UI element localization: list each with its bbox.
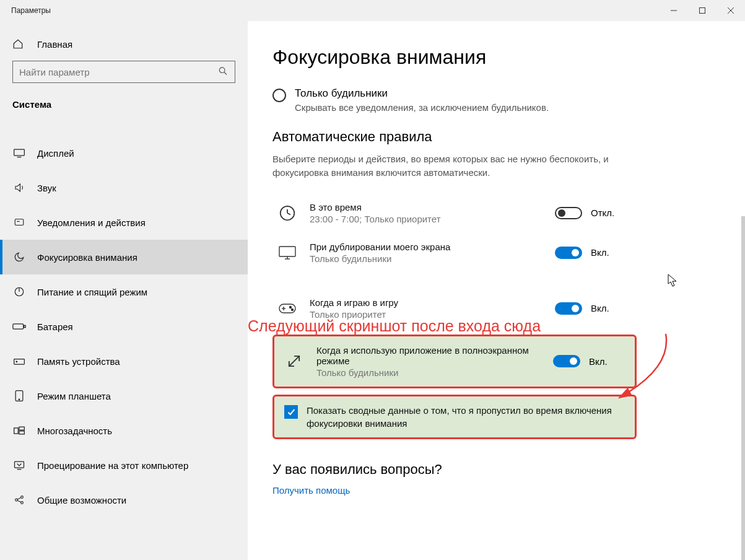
search-input[interactable] bbox=[12, 61, 235, 83]
svg-rect-13 bbox=[24, 325, 26, 327]
svg-rect-12 bbox=[13, 324, 24, 329]
sidebar-item-power[interactable]: Питание и спящий режим bbox=[0, 274, 248, 309]
sidebar-item-label: Фокусировка внимания bbox=[37, 252, 137, 263]
window-title: Параметры bbox=[11, 6, 51, 15]
rule-title: В это время bbox=[310, 202, 545, 212]
rule-title: Когда я использую приложение в полноэкра… bbox=[316, 345, 543, 366]
svg-line-26 bbox=[17, 501, 21, 502]
home-icon bbox=[12, 38, 26, 50]
svg-line-25 bbox=[17, 497, 21, 499]
power-icon bbox=[12, 286, 26, 297]
svg-point-24 bbox=[21, 502, 24, 504]
radio-circle-icon bbox=[272, 89, 286, 102]
auto-rules-desc: Выберите периоды и действия, во время ко… bbox=[272, 152, 619, 180]
annotation-text: Следующий скриншот после входа сюда bbox=[248, 317, 541, 335]
toggle-switch[interactable] bbox=[555, 207, 582, 219]
svg-point-15 bbox=[16, 361, 17, 362]
checkbox[interactable] bbox=[284, 405, 298, 419]
rule-subtitle: Только будильники bbox=[316, 367, 543, 378]
switch-state: Вкл. bbox=[591, 247, 609, 258]
share-icon bbox=[12, 494, 26, 505]
switch-state: Откл. bbox=[591, 208, 614, 218]
sidebar-item-focus-assist[interactable]: Фокусировка внимания bbox=[0, 240, 248, 274]
svg-rect-30 bbox=[279, 247, 295, 256]
sidebar-item-label: Звук bbox=[37, 183, 56, 193]
main-content: Фокусировка внимания Только будильники С… bbox=[248, 21, 745, 560]
sidebar-item-label: Проецирование на этот компьютер bbox=[37, 460, 188, 471]
battery-icon bbox=[12, 322, 26, 331]
rule-during-hours[interactable]: В это время 23:00 - 7:00; Только приорит… bbox=[272, 193, 632, 233]
highlight-fullscreen-rule: Когда я использую приложение в полноэкра… bbox=[272, 335, 637, 388]
sidebar-item-tablet[interactable]: Режим планшета bbox=[0, 378, 248, 413]
sidebar: Главная Система Дисплей Звук bbox=[0, 21, 248, 560]
svg-rect-33 bbox=[279, 304, 295, 313]
svg-rect-14 bbox=[14, 359, 25, 364]
sidebar-item-projecting[interactable]: Проецирование на этот компьютер bbox=[0, 448, 248, 483]
notification-icon bbox=[12, 217, 26, 228]
sidebar-item-display[interactable]: Дисплей bbox=[0, 136, 248, 170]
sidebar-item-label: Дисплей bbox=[37, 148, 74, 159]
switch-state: Вкл. bbox=[589, 356, 608, 367]
sidebar-item-label: Режим планшета bbox=[37, 391, 111, 401]
get-help-link[interactable]: Получить помощь bbox=[272, 485, 720, 496]
sidebar-item-label: Питание и спящий режим bbox=[37, 287, 147, 297]
rule-fullscreen-app[interactable]: Когда я использую приложение в полноэкра… bbox=[279, 340, 630, 383]
minimize-button[interactable] bbox=[660, 0, 688, 21]
auto-rules-heading: Автоматические правила bbox=[272, 129, 720, 145]
sidebar-item-label: Общие возможности bbox=[37, 495, 126, 505]
toggle-switch[interactable] bbox=[553, 355, 580, 367]
svg-rect-8 bbox=[15, 219, 24, 225]
svg-rect-18 bbox=[14, 428, 19, 434]
svg-line-29 bbox=[287, 213, 290, 215]
radio-desc: Скрывать все уведомления, за исключением… bbox=[295, 102, 549, 113]
sidebar-item-shared[interactable]: Общие возможности bbox=[0, 483, 248, 517]
maximize-button[interactable] bbox=[688, 0, 717, 21]
fullscreen-icon bbox=[282, 349, 307, 374]
tablet-icon bbox=[12, 390, 26, 402]
sidebar-item-battery[interactable]: Батарея bbox=[0, 309, 248, 344]
sidebar-item-multitasking[interactable]: Многозадачность bbox=[0, 413, 248, 448]
sidebar-item-storage[interactable]: Память устройства bbox=[0, 344, 248, 378]
svg-rect-19 bbox=[19, 427, 24, 430]
monitor-icon bbox=[275, 240, 300, 265]
rule-subtitle: Только будильники bbox=[310, 253, 545, 264]
svg-rect-6 bbox=[14, 149, 25, 155]
page-title: Фокусировка внимания bbox=[272, 46, 720, 69]
sidebar-item-label: Батарея bbox=[37, 322, 73, 332]
rule-duplicating-display[interactable]: При дублировании моего экрана Только буд… bbox=[272, 233, 632, 273]
svg-point-36 bbox=[290, 306, 292, 308]
sidebar-item-sound[interactable]: Звук bbox=[0, 170, 248, 205]
svg-point-22 bbox=[15, 499, 18, 501]
sidebar-item-notifications[interactable]: Уведомления и действия bbox=[0, 205, 248, 240]
switch-state: Вкл. bbox=[591, 303, 609, 313]
rule-subtitle: 23:00 - 7:00; Только приоритет bbox=[310, 214, 545, 224]
titlebar: Параметры bbox=[0, 0, 745, 21]
svg-line-5 bbox=[224, 72, 227, 75]
moon-icon bbox=[12, 252, 26, 263]
sound-icon bbox=[12, 182, 26, 193]
svg-point-17 bbox=[19, 399, 20, 400]
display-icon bbox=[12, 148, 26, 158]
questions-heading: У вас появились вопросы? bbox=[272, 462, 720, 478]
toggle-switch[interactable] bbox=[555, 302, 582, 315]
sidebar-section-title: Система bbox=[0, 95, 248, 118]
rule-title: При дублировании моего экрана bbox=[310, 242, 545, 252]
sidebar-item-label: Память устройства bbox=[37, 356, 120, 367]
cursor-icon bbox=[668, 274, 677, 287]
svg-rect-1 bbox=[700, 8, 705, 14]
search-icon bbox=[218, 66, 228, 78]
storage-icon bbox=[12, 356, 26, 366]
sidebar-home[interactable]: Главная bbox=[0, 33, 248, 61]
svg-point-4 bbox=[219, 68, 225, 73]
sidebar-item-label: Многозадачность bbox=[37, 426, 112, 436]
sidebar-home-label: Главная bbox=[37, 39, 72, 50]
scrollbar[interactable] bbox=[741, 216, 745, 560]
svg-line-38 bbox=[289, 356, 299, 366]
radio-label: Только будильники bbox=[295, 87, 549, 100]
sidebar-item-label: Уведомления и действия bbox=[37, 217, 146, 228]
toggle-switch[interactable] bbox=[555, 247, 582, 259]
radio-alarms-only[interactable]: Только будильники Скрывать все уведомлен… bbox=[272, 87, 720, 113]
checkbox-label: Показать сводные данные о том, что я про… bbox=[307, 404, 616, 430]
close-button[interactable] bbox=[717, 0, 745, 21]
svg-point-37 bbox=[292, 308, 294, 310]
